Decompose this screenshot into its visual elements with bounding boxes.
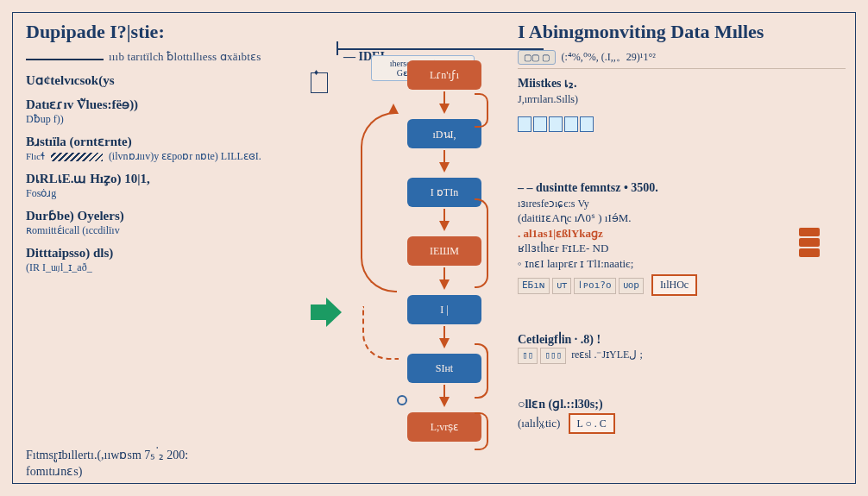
feedback-arrowhead-icon <box>388 104 399 114</box>
bracket-3 <box>475 343 488 399</box>
left-title: Dupipade I?|stie: <box>26 21 328 43</box>
left-item-4: Durɓbe) Oyelers) ʀomıittɛ́icall (ıccdilï… <box>26 208 328 238</box>
arrow-down-icon <box>439 338 450 348</box>
right-block3: ○llɛn (ɡl.::l30s;) (ıalıꟾꭔtic) L ○ . C <box>518 397 846 434</box>
center-flow: Lɾn'ıϝııDนI,I ɒTInIEШMI |SIнtL;vrṣɛ <box>380 60 509 449</box>
code-chip: ᴜoр <box>619 278 644 294</box>
green-arrow-icon <box>311 298 345 327</box>
bracket-1 <box>475 93 488 128</box>
right-top-expr: ▢▢ ▢ (:⁴%,⁰%, (.I,,。29)¹1°² <box>518 50 846 65</box>
flow-node-5: SIнt <box>407 354 481 383</box>
right-title: I Abinıgmonviting Data Mılles <box>518 21 846 43</box>
arrow-down-icon <box>439 279 450 290</box>
flow-node-3: IEШM <box>407 236 481 266</box>
right-bars-icon <box>518 116 595 135</box>
arrow-down-icon <box>439 221 450 231</box>
flow-node-2: I ɒTIn <box>407 178 481 207</box>
bracket-2 <box>475 198 488 288</box>
chip-icon: ▢▢ ▢ <box>518 50 556 65</box>
flow-node-0: Lɾn'ıϝı <box>407 60 481 90</box>
orange-tabs-icon <box>799 226 820 259</box>
flow-node-4: I | <box>407 295 481 324</box>
bracket-4 <box>475 412 488 450</box>
left-item-3: DเRLเE.ɯ Hız̧o) 10|1, Fosȯɹg <box>26 171 328 201</box>
arrow-down-icon <box>439 397 450 407</box>
flow-node-6: L;vrṣɛ <box>407 412 481 442</box>
arrow-down-icon <box>439 162 450 173</box>
left-item-0: Uɑ¢telvıcsok(ys ♦ <box>26 72 328 90</box>
code-box: IılHOc <box>651 274 697 295</box>
header-tick <box>337 41 338 55</box>
flow-node-1: ıDนI, <box>407 119 481 148</box>
left-item-2: Bɹstıïla (orntɛrnte) Flıcɬ (ilvnɒɹııv)y … <box>26 134 328 164</box>
left-item-1: Datıɛɾıv Vัlues:fëɘ)) Dƀup f)) <box>26 97 328 127</box>
code-chip: ЕБıɴ <box>518 278 550 294</box>
right-divider <box>518 68 846 69</box>
arrow-down-icon <box>439 104 450 114</box>
right-block1: – – dusintte femntsz • 3500. ıɜıresfeɔıɕ… <box>518 180 846 295</box>
left-column: Dupipade I?|stie: ıııb tarıtïlch ƀlottıl… <box>26 21 328 282</box>
right-block2: Cetleigfꟾin · .8) ! ▯▯▯▯▯ reɛsl .⁻JɪYLEﻝ… <box>518 332 846 365</box>
code-chip: ӏᴘoı?o <box>574 278 616 294</box>
left-item-5: Ditttaipsso) dls) (IR I_uரl_ɪ_að_ <box>26 245 328 275</box>
left-subtitle: ıııb tarıtïlch ƀlottıllıess ɑxäıbtɛs <box>26 48 328 64</box>
right-column: I Abinıgmonviting Data Mılles ▢▢ ▢ (:⁴%,… <box>518 21 846 439</box>
code-chip: ᴜᴛ <box>552 278 571 294</box>
footer-text: Fıtmsrูɪbıllertı.(,ııwɒsm 7₅ ่₂ 200: fom… <box>26 445 188 479</box>
feedback-loop <box>361 112 397 292</box>
mistakes-head: Miistkes เ₂. J,ınтıları.Sılls) <box>518 76 846 106</box>
